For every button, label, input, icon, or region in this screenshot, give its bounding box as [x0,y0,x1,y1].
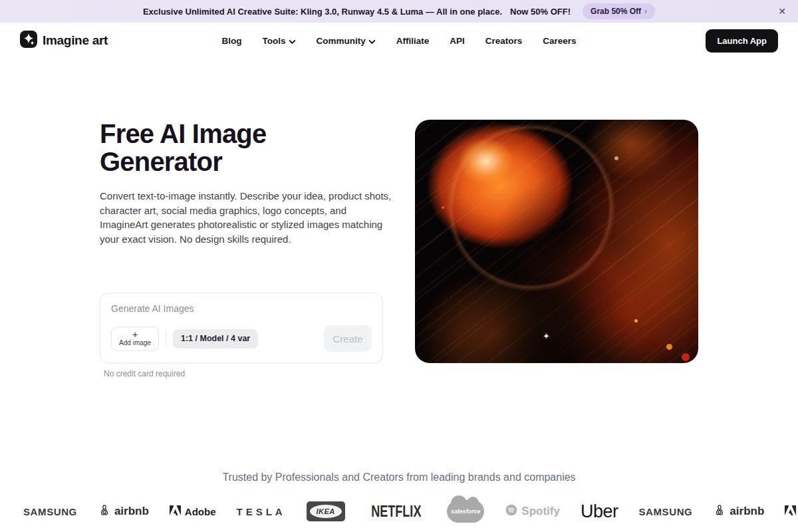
nav-item-community[interactable]: Community [316,35,375,46]
brand-label: airbnb [114,505,149,518]
brand-logo-uber: Uber [581,501,618,522]
brand-label: airbnb [730,505,764,518]
add-image-label: Add image [119,339,151,347]
prompt-input[interactable]: Generate AI Images [111,303,372,314]
prompt-controls: + Add image 1:1 / Model / 4 var Create [111,325,372,352]
brand-logo-samsung: SAMSUNG [638,506,692,517]
nav-label: Blog [221,36,241,46]
brand-label: IKEA [317,507,335,515]
promo-banner: Exclusive Unlimited AI Creative Suite: K… [0,0,798,23]
adobe-icon [785,505,796,517]
hero-copy: Free AI Image Generator Convert text-to-… [100,120,392,378]
brand-label: NETFLIX [371,501,421,521]
brand-label: SAMSUNG [638,506,692,517]
nav-label: API [450,36,465,46]
brand-logo-marquee: SAMSUNG airbnb Adobe TESLA IKEA NETFLIX … [0,500,798,523]
generation-settings-chip[interactable]: 1:1 / Model / 4 var [173,329,258,348]
top-navigation-bar: Imagine art Blog Tools Community Affilia… [0,23,798,59]
chevron-right-icon: › [644,7,647,16]
close-banner-button[interactable]: ✕ [777,5,787,18]
brand-logo-airbnb: airbnb [98,503,149,520]
brand-logo-adobe: Adobe [785,505,798,517]
promo-banner-content: Exclusive Unlimited AI Creative Suite: K… [143,3,655,19]
brand-label: Adobe [185,506,216,517]
chevron-down-icon [289,36,295,46]
imagine-art-logo-icon [20,31,37,51]
nav-item-careers[interactable]: Careers [543,36,576,46]
add-image-button[interactable]: + Add image [111,327,159,351]
nav-item-affiliate[interactable]: Affiliate [396,36,430,46]
ikea-oval: IKEA [310,505,342,518]
divider [166,331,166,346]
nav-label: Tools [262,36,285,46]
hero-description: Convert text-to-image instantly. Describ… [100,189,392,246]
nav-label: Creators [485,36,523,46]
brand-label: Uber [581,501,618,522]
artwork-particle [666,344,672,350]
trusted-by-heading: Trusted by Professionals and Creators fr… [0,471,798,483]
close-icon: ✕ [778,6,786,17]
sparkle-icon: ✦ [543,331,550,341]
brand-logo-samsung: SAMSUNG [23,506,77,517]
nav-item-tools[interactable]: Tools [262,35,295,46]
nav-item-api[interactable]: API [450,36,465,46]
no-credit-card-note: No credit card required [104,369,392,378]
plus-icon: + [132,331,138,338]
hero-artwork-astronaut: ✦ [415,120,698,363]
brand-logo-tesla: TESLA [237,506,286,517]
main-nav: Blog Tools Community Affiliate API Creat… [221,35,576,46]
grab-offer-label: Grab 50% Off [591,7,641,16]
banner-text: Exclusive Unlimited AI Creative Suite: K… [143,7,502,17]
nav-label: Affiliate [396,36,430,46]
nav-label: Community [316,36,365,46]
brand-logo-ikea: IKEA [307,501,345,521]
brand-logo-spotify: Spotify [505,503,560,520]
brand-name: Imagine art [43,33,108,48]
grab-offer-button[interactable]: Grab 50% Off › [583,3,655,19]
hero-section: Free AI Image Generator Convert text-to-… [0,59,798,378]
artwork-particle [442,206,444,209]
artwork-particle [614,156,618,160]
nav-label: Careers [543,36,576,46]
brand-logo[interactable]: Imagine art [20,31,108,51]
chevron-down-icon [369,36,376,46]
artwork-particle [682,353,690,361]
brand-label: salesforce [451,508,481,515]
artwork-particle [634,319,638,323]
adobe-icon [170,505,181,517]
brand-logo-adobe: Adobe [170,505,216,517]
prompt-card: Generate AI Images + Add image 1:1 / Mod… [100,293,383,363]
launch-app-button[interactable]: Launch App [706,29,778,53]
airbnb-icon [713,503,726,520]
banner-discount-text: Now 50% OFF! [510,7,571,17]
brand-logo-salesforce: salesforce [447,500,484,523]
nav-item-creators[interactable]: Creators [485,36,523,46]
create-button[interactable]: Create [324,325,372,352]
brand-label: TESLA [237,506,286,517]
brand-label: SAMSUNG [23,506,77,517]
brand-logo-airbnb: airbnb [713,503,764,520]
brand-logo-netflix: NETFLIX [371,501,421,521]
brand-label: Spotify [521,505,560,518]
spotify-icon [505,503,518,520]
airbnb-icon [98,503,111,520]
salesforce-cloud-icon: salesforce [447,500,484,523]
nav-item-blog[interactable]: Blog [221,36,241,46]
page-title: Free AI Image Generator [100,120,392,176]
